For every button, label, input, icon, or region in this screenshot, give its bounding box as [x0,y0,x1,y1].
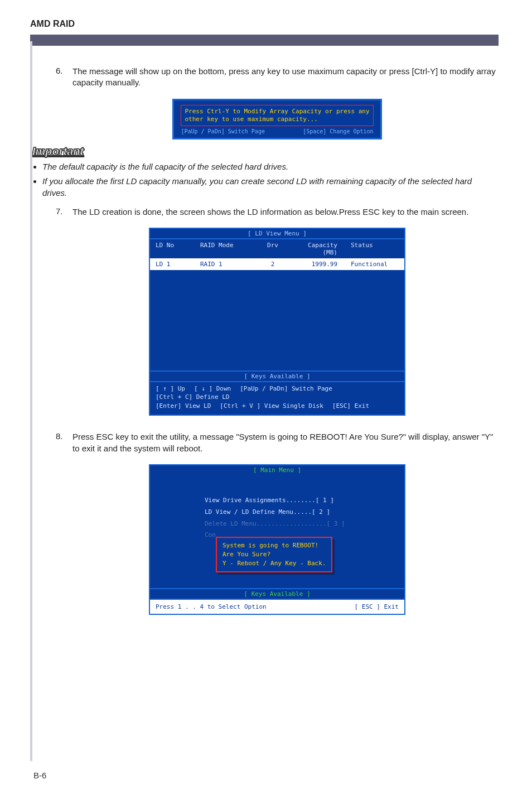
shot1-line1: Press Ctrl-Y to Modify Array Capacity or… [185,108,369,115]
menu-item-1: View Drive Assignments........[ 1 ] [205,495,399,507]
step-8: 8. Press ESC key to exit the utility, a … [56,431,499,454]
shot2-keys-title: [ Keys Available ] [150,370,404,382]
key-down: [ ↓ ] Down [194,384,231,393]
col-drv: Drv [256,242,289,256]
page-title: AMD RAID [0,0,532,31]
key-up: [ ↑ ] Up [156,384,185,393]
col-mode: RAID Mode [200,242,256,256]
key-switch-page: [PaUp / PaDn] Switch Page [240,384,332,393]
shot2-empty-area [150,270,404,370]
header-rule [30,35,499,46]
key-view-single: [Ctrl + V ] View Single Disk [220,402,323,410]
cell-stat: Functional [345,261,399,268]
important-heading: Important [32,145,499,158]
shot3-footer-right: [ ESC ] Exit [355,603,399,610]
step-7-number: 7. [56,206,72,218]
dialog-line-1: System is going to REBOOT! [223,541,326,550]
screenshot-ld-view: [ LD View Menu ] LD No RAID Mode Drv Cap… [149,228,405,416]
key-esc-exit: [ESC] Exit [332,402,369,410]
shot2-data-row: LD 1 RAID 1 2 1999.99 Functional [150,258,404,270]
shot1-footer-right: [Space] Change Option [303,128,373,134]
important-bullet-2: If you allocate the first LD capacity ma… [42,176,499,199]
key-define-ld: [Ctrl + C] Define LD [156,393,229,401]
screenshot-modify-capacity: Press Ctrl-Y to Modify Array Capacity or… [172,99,381,140]
step-7: 7. The LD creation is done, the screen s… [56,206,499,218]
step-7-text: The LD creation is done, the screen show… [72,206,468,218]
shot2-keys: [ ↑ ] Up [ ↓ ] Down [PaUp / PaDn] Switch… [150,382,404,415]
important-bullets: The default capacity is the full capacit… [32,161,499,199]
shot2-title: [ LD View Menu ] [150,229,404,239]
shot3-footer: Press 1 . . 4 to Select Option [ ESC ] E… [150,600,404,614]
screenshot-main-menu: [ Main Menu ] View Drive Assignments....… [149,464,405,615]
cell-ldno: LD 1 [156,261,200,268]
shot2-header-row: LD No RAID Mode Drv Capacity (MB) Status [150,239,404,258]
dialog-line-3: Y - Reboot / Any Key - Back. [223,559,326,568]
step-8-text: Press ESC key to exit the utility, a mes… [72,431,499,454]
step-6-text: The message will show up on the bottom, … [72,66,499,89]
cell-mode: RAID 1 [200,261,256,268]
shot1-footer-left: [PaUp / PaDn] Switch Page [181,128,265,134]
step-6-number: 6. [56,66,72,89]
important-bullet-1: The default capacity is the full capacit… [42,161,499,172]
shot3-keys-title: [ Keys Available ] [150,588,404,600]
shot3-title: [ Main Menu ] [150,465,404,475]
menu-item-3: Delete LD Menu...................[ 3 ] [205,518,399,530]
step-8-number: 8. [56,431,72,454]
shot3-footer-left: Press 1 . . 4 to Select Option [156,603,267,610]
page-number: B-6 [33,771,46,780]
key-view-ld: [Enter] View LD [156,402,211,410]
left-rule [30,41,32,761]
step-6: 6. The message will show up on the botto… [56,66,499,89]
reboot-dialog: System is going to REBOOT! Are You Sure?… [216,537,332,572]
col-cap: Capacity (MB) [289,242,345,256]
cell-drv: 2 [256,261,289,268]
col-ldno: LD No [156,242,200,256]
menu-item-2: LD View / LD Define Menu.....[ 2 ] [205,507,399,518]
col-stat: Status [345,242,399,256]
shot1-message-box: Press Ctrl-Y to Modify Array Capacity or… [181,105,373,127]
cell-cap: 1999.99 [289,261,345,268]
shot1-line2: other key to use maximum capacity... [185,115,369,123]
dialog-line-2: Are You Sure? [223,550,326,559]
